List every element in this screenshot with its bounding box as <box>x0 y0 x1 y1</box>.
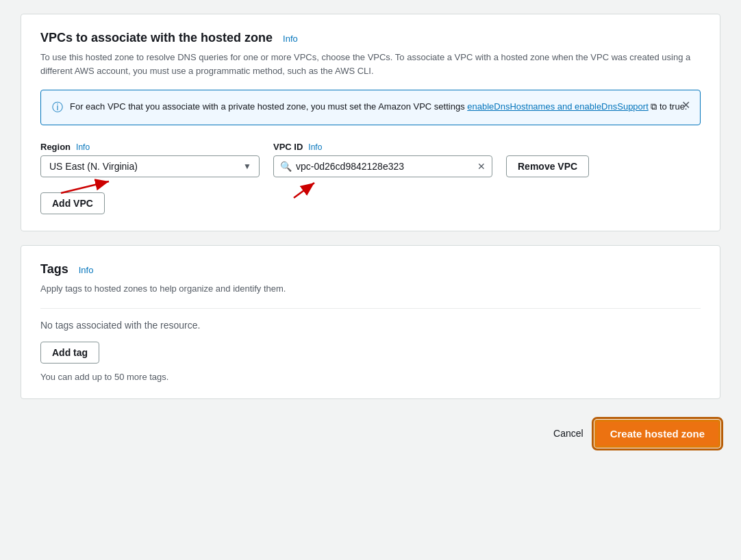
add-tag-button[interactable]: Add tag <box>40 342 99 364</box>
region-label: Region Info <box>40 142 260 152</box>
vpcs-description: To use this hosted zone to resolve DNS q… <box>40 51 701 77</box>
tags-description: Apply tags to hosted zones to help organ… <box>40 282 701 296</box>
cancel-button[interactable]: Cancel <box>553 428 583 439</box>
fields-region: Region Info US East (N. Virginia) ▼ VPC … <box>40 142 701 177</box>
vpc-id-label: VPC ID Info <box>273 142 492 152</box>
info-banner-text: For each VPC that you associate with a p… <box>70 100 689 114</box>
vpcs-title-text: VPCs to associate with the hosted zone <box>40 31 273 44</box>
region-dropdown[interactable]: US East (N. Virginia) <box>40 155 260 177</box>
vpc-id-field-group: VPC ID Info 🔍 ✕ <box>273 142 492 177</box>
remove-vpc-button[interactable]: Remove VPC <box>506 155 589 177</box>
vpc-id-clear-button[interactable]: ✕ <box>477 161 486 172</box>
vpc-id-input-wrapper: 🔍 ✕ <box>273 155 492 177</box>
vpcs-section-title: VPCs to associate with the hosted zone I… <box>40 31 701 45</box>
tags-divider <box>40 308 701 309</box>
footer-actions: Cancel Create hosted zone <box>21 413 720 455</box>
info-banner-pre-text: For each VPC that you associate with a p… <box>70 101 467 112</box>
region-label-text: Region <box>40 142 71 152</box>
tags-section: Tags Info Apply tags to hosted zones to … <box>21 245 720 399</box>
tags-title-text: Tags <box>40 262 68 276</box>
vpc-id-label-text: VPC ID <box>273 142 303 152</box>
vpcs-section: VPCs to associate with the hosted zone I… <box>21 14 720 231</box>
info-banner-close-button[interactable]: ✕ <box>681 99 690 112</box>
svg-line-2 <box>61 181 109 193</box>
search-icon: 🔍 <box>280 161 292 172</box>
remove-vpc-group: Remove VPC <box>506 155 589 177</box>
info-banner: ⓘ For each VPC that you associate with a… <box>40 90 701 125</box>
fields-row: Region Info US East (N. Virginia) ▼ VPC … <box>40 142 701 177</box>
no-tags-text: No tags associated with the resource. <box>40 320 701 331</box>
region-dropdown-wrapper: US East (N. Virginia) ▼ <box>40 155 260 177</box>
tags-footer-text: You can add up to 50 more tags. <box>40 372 701 382</box>
svg-line-4 <box>294 183 314 198</box>
info-circle-icon: ⓘ <box>52 101 63 115</box>
region-info-link[interactable]: Info <box>76 142 90 152</box>
tags-info-link[interactable]: Info <box>79 265 94 275</box>
create-hosted-zone-button[interactable]: Create hosted zone <box>594 420 720 448</box>
vpcs-info-link[interactable]: Info <box>283 34 298 44</box>
add-vpc-button[interactable]: Add VPC <box>40 192 105 214</box>
region-field-group: Region Info US East (N. Virginia) ▼ <box>40 142 260 177</box>
tags-section-title: Tags Info <box>40 262 701 277</box>
enable-dns-link[interactable]: enableDnsHostnames and enableDnsSupport <box>467 101 649 112</box>
vpc-id-input[interactable] <box>273 155 492 177</box>
vpc-id-info-link[interactable]: Info <box>308 142 322 152</box>
